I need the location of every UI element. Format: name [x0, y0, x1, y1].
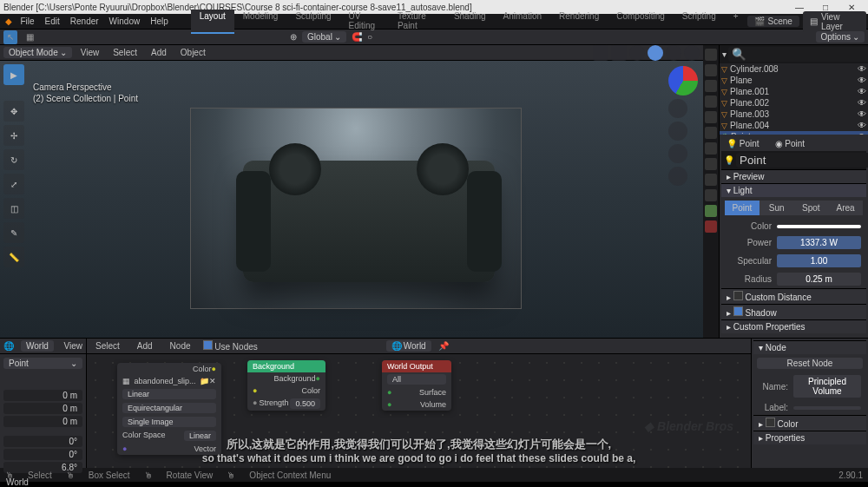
proportional-icon[interactable]: ○: [367, 32, 372, 42]
node-world-output[interactable]: World Output All ● Surface ● Volume: [382, 360, 451, 411]
ws-tab-shading[interactable]: Shading: [445, 10, 495, 34]
tab-render-icon[interactable]: [705, 49, 717, 61]
menu-file[interactable]: File: [15, 16, 39, 26]
custom-distance-check[interactable]: [733, 291, 743, 300]
tool-scale[interactable]: ⤢: [3, 174, 24, 194]
node-menu-node[interactable]: Node: [165, 341, 196, 351]
tab-view-icon[interactable]: [705, 80, 717, 92]
panel-custom-distance[interactable]: ▸ Custom Distance: [721, 288, 866, 304]
ws-tab-layout[interactable]: Layout: [191, 10, 234, 34]
panel-custom-props[interactable]: ▸ Custom Properties: [721, 319, 866, 333]
world-selector-left[interactable]: World: [21, 340, 54, 352]
ws-tab-sculpting[interactable]: Sculpting: [286, 10, 339, 34]
shading-solid-icon[interactable]: [648, 45, 663, 61]
tool-rotate[interactable]: ↻: [3, 149, 24, 170]
zoom-gizmo-icon[interactable]: [668, 99, 687, 118]
node-name-input[interactable]: Principled Volume: [793, 375, 861, 398]
vp-menu-select[interactable]: Select: [108, 48, 142, 57]
tab-output-icon[interactable]: [705, 64, 717, 76]
panel-node-color[interactable]: ▸ Color: [753, 415, 866, 431]
world-selector[interactable]: 🌐 World: [386, 340, 431, 352]
node-label-input[interactable]: [793, 406, 861, 410]
overlay-toggle-icon[interactable]: [593, 45, 608, 61]
panel-node[interactable]: ▾ Node: [753, 340, 866, 354]
shading-wireframe-icon[interactable]: [629, 45, 645, 61]
val-0m-2[interactable]: 0 m: [3, 403, 82, 414]
tab-world-icon[interactable]: [705, 111, 717, 123]
tab-material-icon[interactable]: [705, 220, 717, 233]
color-swatch[interactable]: [777, 225, 861, 228]
power-input[interactable]: 1337.3 W: [777, 236, 861, 249]
tab-physics-icon[interactable]: [705, 174, 717, 186]
persp-gizmo-icon[interactable]: [668, 167, 687, 186]
tool-select-box[interactable]: ▶: [3, 64, 24, 85]
shadow-check[interactable]: [733, 306, 743, 316]
light-name-input[interactable]: [736, 153, 868, 168]
select-visible-icon[interactable]: ▦: [23, 30, 36, 44]
menu-render[interactable]: Render: [65, 16, 104, 26]
val-0m-1[interactable]: 0 m: [3, 390, 82, 401]
options-dropdown[interactable]: Options ⌄: [816, 31, 865, 43]
viewlayer-selector[interactable]: ▤View Layer: [803, 11, 866, 32]
tool-annotate[interactable]: ✎: [3, 222, 24, 243]
orientation-icon[interactable]: ⊕: [290, 32, 297, 42]
outliner-search-input[interactable]: [728, 47, 868, 62]
node-menu-add[interactable]: Add: [132, 341, 158, 351]
ws-tab-texpaint[interactable]: Texture Paint: [389, 10, 445, 34]
ws-tab-rendering[interactable]: Rendering: [550, 10, 608, 34]
tool-transform[interactable]: ◫: [3, 198, 24, 219]
shading-rendered-icon[interactable]: [684, 45, 700, 61]
cursor-tool-icon[interactable]: ↖: [3, 30, 17, 44]
scene-selector[interactable]: 🎬Scene: [747, 16, 799, 27]
tool-cursor[interactable]: ✥: [3, 101, 24, 122]
tab-scene-icon[interactable]: [705, 95, 717, 108]
editor-type-icon[interactable]: 🌐: [3, 341, 14, 351]
radius-input[interactable]: 0.25 m: [777, 273, 861, 286]
menu-help[interactable]: Help: [145, 16, 174, 26]
specular-input[interactable]: 1.00: [777, 254, 861, 267]
panel-light[interactable]: ▾ Light: [721, 183, 866, 197]
snap-icon[interactable]: 🧲: [352, 32, 362, 42]
pin-icon[interactable]: 📌: [438, 341, 449, 351]
tab-particles-icon[interactable]: [705, 158, 717, 170]
light-tab-spot[interactable]: Spot: [794, 201, 829, 215]
tab-object-icon[interactable]: [705, 127, 717, 139]
tool-measure[interactable]: 📏: [3, 247, 24, 267]
camera-gizmo-icon[interactable]: [668, 144, 687, 163]
point-dropdown[interactable]: Point⌄: [3, 358, 82, 369]
panel-node-props[interactable]: ▸ Properties: [753, 431, 866, 444]
node-canvas[interactable]: Color ● ▦abandoned_slip...📁✕ Linear Equi…: [87, 354, 751, 468]
image-browse-icon[interactable]: ▦: [122, 377, 130, 385]
light-tab-area[interactable]: Area: [828, 201, 863, 215]
vp-menu-add[interactable]: Add: [146, 48, 172, 57]
ws-tab-uv[interactable]: UV Editing: [340, 10, 389, 34]
shading-matprev-icon[interactable]: [666, 45, 681, 61]
panel-preview[interactable]: ▸ Preview: [721, 169, 866, 183]
tab-data-icon[interactable]: [705, 205, 717, 217]
transform-orientation[interactable]: Global ⌄: [302, 31, 346, 43]
datablock-icon[interactable]: 💡: [724, 155, 734, 165]
menu-edit[interactable]: Edit: [40, 16, 65, 26]
viewport-canvas[interactable]: ▶ ✥ ✢ ↻ ⤢ ◫ ✎ 📏 Camera Perspective (2) S…: [0, 61, 703, 338]
vp-menu-object[interactable]: Object: [175, 48, 211, 57]
ws-tab-scripting[interactable]: Scripting: [674, 10, 725, 34]
node-menu-select[interactable]: Select: [90, 341, 125, 351]
light-tab-point[interactable]: Point: [725, 201, 760, 215]
val-0d-2[interactable]: 0°: [3, 449, 82, 460]
mode-selector[interactable]: Object Mode ⌄: [3, 47, 72, 58]
val-0d-1[interactable]: 0°: [3, 436, 82, 447]
outliner-mode-icon[interactable]: ▾: [722, 49, 727, 59]
node-background[interactable]: Background Background ● ● Color ●Strengt…: [247, 360, 326, 411]
pan-gizmo-icon[interactable]: [668, 122, 687, 141]
tab-constraints-icon[interactable]: [705, 189, 717, 201]
use-nodes-check[interactable]: [203, 340, 213, 350]
tab-modifiers-icon[interactable]: [705, 142, 717, 155]
bg-strength-input[interactable]: 0.500: [290, 398, 320, 409]
reset-node-button[interactable]: Reset Node: [757, 358, 863, 369]
ws-tab-modeling[interactable]: Modeling: [234, 10, 287, 34]
outliner[interactable]: ▽Cylinder.008👁 ▽Plane👁 ▽Plane.001👁 ▽Plan…: [720, 63, 868, 135]
tool-move[interactable]: ✢: [3, 125, 24, 146]
light-tab-sun[interactable]: Sun: [760, 201, 794, 215]
ws-tab-anim[interactable]: Animation: [495, 10, 550, 34]
ws-tab-compositing[interactable]: Compositing: [608, 10, 674, 34]
